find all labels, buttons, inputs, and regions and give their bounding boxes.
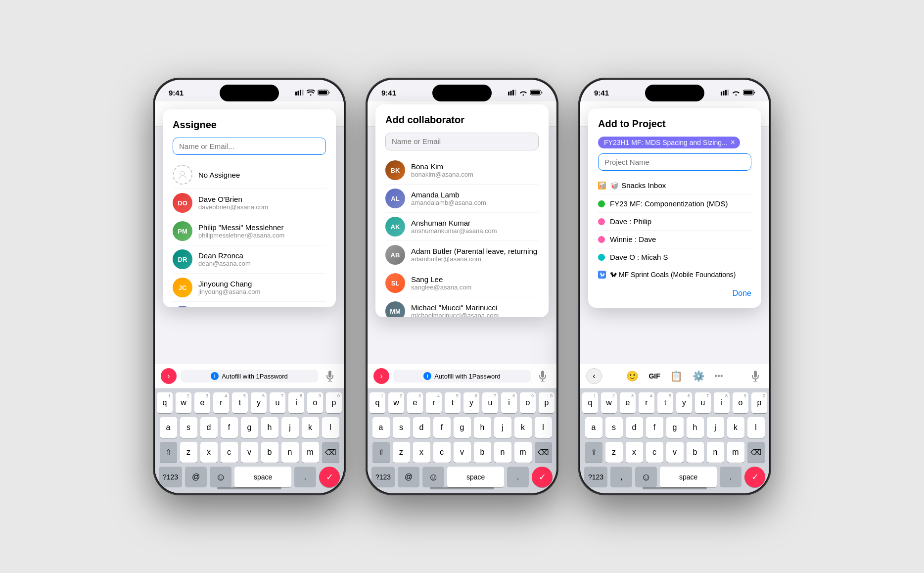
person-row-anshuman[interactable]: AK Anshuman Kumar anshumankumar@asana.co…	[385, 213, 539, 241]
key-c[interactable]: c	[221, 442, 238, 463]
key-g[interactable]: g	[241, 417, 258, 438]
key3-s[interactable]: s	[605, 417, 623, 438]
key-i[interactable]: 8i	[288, 392, 304, 413]
key3-n[interactable]: n	[707, 442, 724, 463]
key3-shift[interactable]: ⇧	[585, 442, 602, 463]
key2-c[interactable]: c	[433, 442, 451, 463]
ellipsis-icon[interactable]: •••	[715, 372, 723, 381]
key-y[interactable]: 6y	[251, 392, 267, 413]
project-item-daveo[interactable]: Dave O : Micah S	[598, 248, 751, 266]
key3-emoji[interactable]: ☺	[635, 467, 657, 487]
key2-f[interactable]: f	[433, 417, 451, 438]
key3-p[interactable]: 0p	[751, 392, 767, 413]
key3-w[interactable]: 2w	[601, 392, 617, 413]
person-row-paul[interactable]: PY Paul Yelleur (Sabbatical starting Jun…	[173, 302, 326, 307]
key2-delete[interactable]: ⌫	[535, 442, 552, 463]
key2-z[interactable]: z	[393, 442, 410, 463]
key3-u[interactable]: 7u	[695, 392, 711, 413]
key3-f[interactable]: f	[646, 417, 663, 438]
key-a[interactable]: a	[160, 417, 177, 438]
toolbar-chevron-left-3[interactable]: ‹	[586, 368, 602, 384]
key3-m[interactable]: m	[727, 442, 744, 463]
toolbar-chevron-2[interactable]: ›	[373, 368, 389, 384]
key2-numsym[interactable]: ?123	[371, 467, 395, 487]
key2-r[interactable]: 4r	[426, 392, 442, 413]
key2-q[interactable]: 1q	[370, 392, 385, 413]
key-shift[interactable]: ⇧	[160, 442, 177, 463]
key-j[interactable]: j	[281, 417, 299, 438]
key2-s[interactable]: s	[393, 417, 410, 438]
key3-space[interactable]: space	[660, 467, 717, 487]
key-delete[interactable]: ⌫	[322, 442, 339, 463]
clipboard-icon[interactable]: 📋	[670, 370, 683, 382]
key-dot[interactable]: .	[294, 467, 316, 487]
key2-y[interactable]: 6y	[463, 392, 479, 413]
key2-k[interactable]: k	[514, 417, 532, 438]
key-at[interactable]: @	[185, 467, 207, 487]
tag-close-btn[interactable]: ×	[731, 139, 735, 146]
key2-return[interactable]: ✓	[532, 467, 553, 487]
key2-at[interactable]: @	[398, 467, 419, 487]
key3-y[interactable]: 6y	[676, 392, 692, 413]
key2-u[interactable]: 7u	[482, 392, 498, 413]
key2-i[interactable]: 8i	[501, 392, 517, 413]
key-l[interactable]: l	[322, 417, 339, 438]
key2-p[interactable]: 0p	[539, 392, 554, 413]
key2-m[interactable]: m	[514, 442, 532, 463]
key-h[interactable]: h	[261, 417, 278, 438]
autofill-btn-2[interactable]: i Autofill with 1Password	[393, 370, 531, 382]
key-space[interactable]: space	[234, 467, 291, 487]
key-d[interactable]: d	[200, 417, 218, 438]
key3-z[interactable]: z	[605, 442, 623, 463]
key3-comma[interactable]: ,	[610, 467, 632, 487]
mic-icon-2[interactable]	[535, 368, 551, 384]
key-return[interactable]: ✓	[319, 467, 340, 487]
key2-l[interactable]: l	[535, 417, 552, 438]
key-s[interactable]: s	[180, 417, 197, 438]
project-tag[interactable]: FY23H1 MF: MDS Spacing and Sizing... ×	[598, 137, 740, 148]
key3-t[interactable]: 5t	[657, 392, 673, 413]
key-k[interactable]: k	[302, 417, 319, 438]
search-container-2[interactable]	[385, 133, 539, 150]
person-row-adam[interactable]: AB Adam Butler (Parental leave, returnin…	[385, 241, 539, 269]
key2-e[interactable]: 3e	[407, 392, 423, 413]
project-name-input[interactable]	[604, 158, 745, 166]
key-numsym[interactable]: ?123	[159, 467, 182, 487]
person-row-dean[interactable]: DR Dean Rzonca dean@asana.com	[173, 245, 326, 274]
key-z[interactable]: z	[180, 442, 197, 463]
key2-n[interactable]: n	[494, 442, 511, 463]
person-row-philip[interactable]: PM Philip "Messi" Messlehner philipmessl…	[173, 217, 326, 245]
key2-a[interactable]: a	[372, 417, 390, 438]
project-item-winnie[interactable]: Winnie : Dave	[598, 231, 751, 248]
project-item-fy23[interactable]: FY23 MF: Componentization (MDS)	[598, 195, 751, 213]
key3-a[interactable]: a	[585, 417, 602, 438]
key3-i[interactable]: 8i	[714, 392, 730, 413]
key2-x[interactable]: x	[413, 442, 430, 463]
key2-dot[interactable]: .	[507, 467, 529, 487]
key2-emoji[interactable]: ☺	[422, 467, 444, 487]
key3-r[interactable]: 4r	[639, 392, 654, 413]
project-item-dave-philip[interactable]: Dave : Philip	[598, 213, 751, 231]
key-x[interactable]: x	[200, 442, 218, 463]
no-assignee-row[interactable]: No Assignee	[173, 161, 326, 189]
key2-t[interactable]: 5t	[445, 392, 461, 413]
key-f[interactable]: f	[221, 417, 238, 438]
key3-dot[interactable]: .	[720, 467, 741, 487]
key3-numsym[interactable]: ?123	[584, 467, 607, 487]
search-input-1[interactable]	[179, 142, 320, 150]
key3-o[interactable]: 9o	[733, 392, 748, 413]
search-input-2[interactable]	[392, 137, 532, 145]
person-row-michael[interactable]: MM Michael "Mucci" Marinucci michaelmari…	[385, 297, 539, 317]
key-w[interactable]: 2w	[176, 392, 191, 413]
key3-return[interactable]: ✓	[744, 467, 765, 487]
done-btn-3[interactable]: Done	[598, 289, 751, 298]
search-container-1[interactable]	[173, 138, 326, 155]
key3-k[interactable]: k	[727, 417, 744, 438]
key-p[interactable]: 0p	[326, 392, 342, 413]
key-n[interactable]: n	[281, 442, 299, 463]
key3-c[interactable]: c	[646, 442, 663, 463]
key3-j[interactable]: j	[707, 417, 724, 438]
key2-b[interactable]: b	[474, 442, 491, 463]
key3-h[interactable]: h	[687, 417, 704, 438]
key3-d[interactable]: d	[626, 417, 643, 438]
